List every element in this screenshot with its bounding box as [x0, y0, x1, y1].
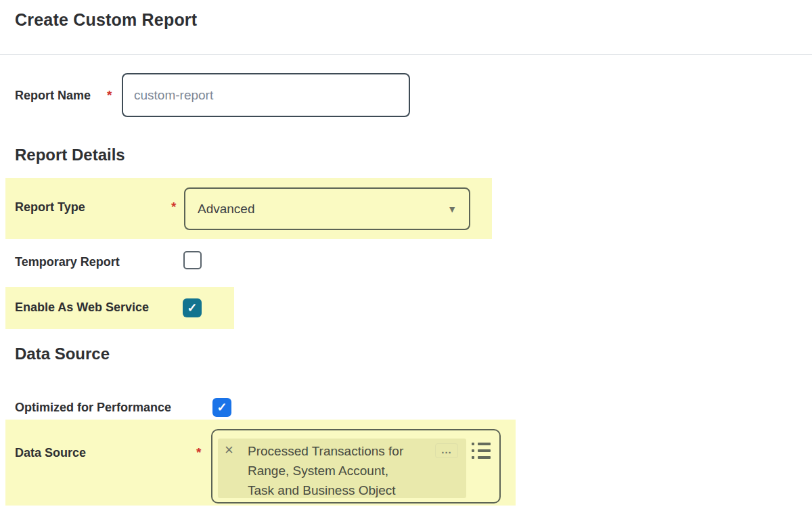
data-source-required-asterisk: *	[196, 445, 201, 460]
optimized-for-performance-label: Optimized for Performance	[15, 401, 171, 415]
enable-as-web-service-checkbox[interactable]: ✓	[183, 298, 202, 317]
report-type-required-asterisk: *	[171, 200, 176, 215]
enable-as-web-service-row: Enable As Web Service ✓	[5, 287, 234, 329]
report-type-row: Report Type * Advanced ▼	[5, 178, 492, 239]
report-type-label: Report Type	[15, 200, 85, 215]
checkmark-icon: ✓	[187, 300, 197, 315]
report-type-select[interactable]: Advanced ▼	[184, 187, 470, 230]
report-name-input[interactable]	[122, 73, 410, 117]
report-name-required-asterisk: *	[107, 88, 112, 103]
data-source-selected-text: Processed Transactions for Range, System…	[248, 441, 428, 500]
selected-text-line: Processed Transactions for	[248, 441, 428, 461]
remove-selection-icon[interactable]: ×	[225, 441, 233, 460]
selected-text-line: Task and Business Object	[248, 480, 428, 500]
data-source-label: Data Source	[15, 446, 86, 460]
report-type-selected-value: Advanced	[198, 202, 255, 217]
data-source-multiselect[interactable]: × Processed Transactions for Range, Syst…	[211, 429, 501, 503]
data-source-heading: Data Source	[15, 344, 110, 363]
data-source-selected-item: × Processed Transactions for Range, Syst…	[218, 439, 466, 498]
report-details-heading: Report Details	[15, 145, 125, 164]
selected-text-line: Range, System Account,	[248, 461, 428, 480]
temporary-report-checkbox[interactable]	[183, 251, 202, 269]
optimized-for-performance-checkbox[interactable]: ✓	[212, 398, 231, 417]
chevron-down-icon: ▼	[447, 204, 457, 215]
page-title: Create Custom Report	[15, 10, 197, 30]
data-source-row: Data Source * × Processed Transactions f…	[5, 420, 516, 506]
prompt-list-icon[interactable]	[472, 443, 491, 459]
header-divider	[0, 54, 812, 55]
more-options-button[interactable]: ...	[435, 443, 458, 458]
enable-as-web-service-label: Enable As Web Service	[15, 300, 149, 315]
temporary-report-label: Temporary Report	[15, 255, 120, 269]
report-name-label: Report Name	[15, 89, 91, 103]
checkmark-icon: ✓	[217, 400, 227, 415]
